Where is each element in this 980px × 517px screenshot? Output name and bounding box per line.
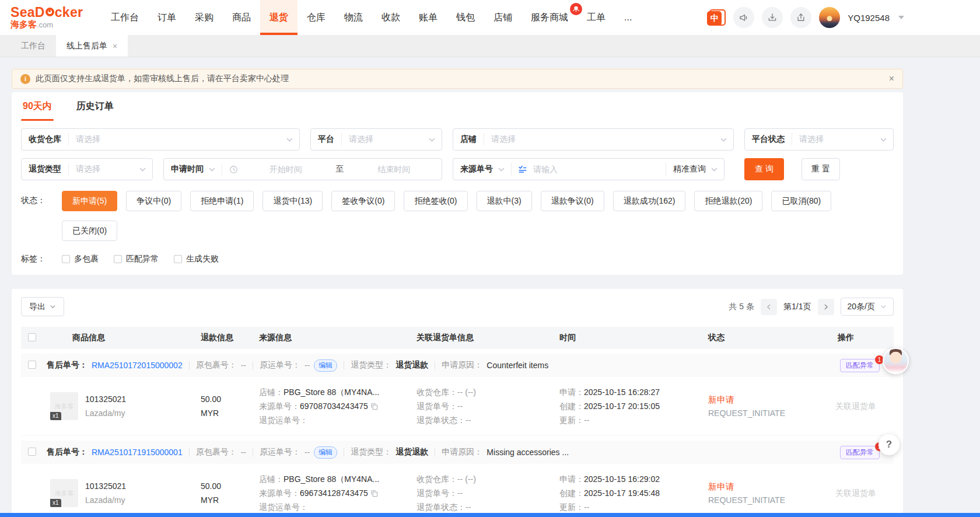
pagination: 共 5 条 第1/1页 20条/页 <box>729 298 894 316</box>
tag-match-abnormal[interactable]: 匹配异常 <box>114 254 159 264</box>
tab-90-days[interactable]: 90天内 <box>21 92 54 121</box>
nav-warehouse[interactable]: 仓库 <box>298 0 335 35</box>
row-checkbox[interactable] <box>28 361 36 369</box>
edit-button[interactable]: 编辑 <box>314 359 337 372</box>
help-button[interactable]: ? <box>878 434 900 455</box>
nav-logistics[interactable]: 物流 <box>335 0 372 35</box>
close-icon[interactable]: × <box>113 42 117 50</box>
match-abnormal-badge[interactable]: 匹配异常 1 <box>840 359 880 372</box>
batch-input-icon[interactable] <box>518 165 527 174</box>
nav-workbench[interactable]: 工作台 <box>102 0 148 35</box>
close-icon[interactable]: × <box>889 74 894 84</box>
nav-returns[interactable]: 退货 <box>260 0 298 35</box>
status-sub: REQUEST_INITIATE <box>708 407 812 420</box>
horizontal-scrollbar[interactable] <box>0 513 980 517</box>
nav-products[interactable]: 商品 <box>223 0 260 35</box>
nav-collection[interactable]: 收款 <box>372 0 410 35</box>
megaphone-icon <box>738 12 749 23</box>
platform-select[interactable]: 平台 请选择 <box>310 128 442 151</box>
platform-status-label: 平台状态 <box>745 134 792 145</box>
status-chip-returning[interactable]: 退货中(13) <box>262 191 323 211</box>
status-chip-dispute[interactable]: 争议中(0) <box>126 191 181 211</box>
apply-time-range[interactable]: 申请时间 至 <box>163 158 442 180</box>
col-source-info: 来源信息 <box>252 333 410 343</box>
nav-more[interactable]: ... <box>615 0 641 35</box>
store-label: 店铺 <box>453 134 484 145</box>
platform-label: 平台 <box>311 134 341 145</box>
source-no-input[interactable] <box>527 165 666 174</box>
username[interactable]: YQ192548 <box>848 13 890 23</box>
language-switch-icon[interactable]: 中 <box>707 9 726 26</box>
nav-bills[interactable]: 账单 <box>410 0 447 35</box>
copy-icon[interactable] <box>370 490 378 497</box>
status-chip-refunding[interactable]: 退款中(3) <box>477 191 532 211</box>
page-tabbar: 工作台 线上售后单 × <box>0 35 980 57</box>
user-menu-caret-icon[interactable] <box>898 16 904 19</box>
status-chip-refund-dispute[interactable]: 退款争议(0) <box>541 191 604 211</box>
tag-multi-package-label: 多包裹 <box>74 254 99 264</box>
warehouse-select[interactable]: 收货仓库 请选择 <box>21 128 300 151</box>
download-button[interactable] <box>762 7 783 28</box>
next-page-button[interactable] <box>818 299 834 315</box>
chevron-down-icon <box>286 136 293 144</box>
download-icon <box>767 12 778 23</box>
logo[interactable]: SeaDcker 海多客.com <box>10 0 88 35</box>
reset-button[interactable]: 重 置 <box>802 158 840 180</box>
waybill-value: -- <box>304 448 310 457</box>
rel-warehouse-value: -- (--) <box>457 474 476 484</box>
nav-wallet[interactable]: 钱包 <box>447 0 484 35</box>
apply-time-label: 申请： <box>559 474 584 484</box>
tab-online-aftersale[interactable]: 线上售后单 × <box>56 35 128 57</box>
page-size-select[interactable]: 20条/页 <box>841 298 894 316</box>
row-checkbox[interactable] <box>28 448 36 456</box>
announcement-button[interactable] <box>733 7 754 28</box>
rma-link[interactable]: RMA2510171915000001 <box>92 448 183 457</box>
source-no-search[interactable]: 来源单号 精准查询 <box>453 158 724 180</box>
tab-workbench[interactable]: 工作台 <box>10 35 56 57</box>
checkbox[interactable] <box>62 255 70 263</box>
package-value: -- <box>241 361 246 370</box>
support-avatar[interactable] <box>883 348 909 374</box>
search-button[interactable]: 查 询 <box>744 158 784 180</box>
nav-purchase[interactable]: 采购 <box>186 0 223 35</box>
select-all-checkbox[interactable] <box>28 333 36 341</box>
status-chip-refund-success[interactable]: 退款成功(162) <box>613 191 686 211</box>
return-type-value: 退货退款 <box>396 447 428 457</box>
create-time-value: 2025-10-17 20:15:05 <box>584 401 660 411</box>
start-time-input[interactable] <box>238 165 334 174</box>
status-chip-rejected-apply[interactable]: 拒绝申请(1) <box>190 191 254 211</box>
tab-history-orders[interactable]: 历史订单 <box>75 92 116 121</box>
edit-button[interactable]: 编辑 <box>314 446 337 459</box>
checkbox[interactable] <box>174 255 182 263</box>
prev-page-button[interactable] <box>761 299 777 315</box>
checkbox[interactable] <box>114 255 122 263</box>
platform-status-select[interactable]: 平台状态 请选择 <box>744 128 894 151</box>
copy-icon[interactable] <box>370 403 378 410</box>
store-select[interactable]: 店铺 请选择 <box>453 128 734 151</box>
refund-amount: 50.00 <box>201 392 252 406</box>
rma-link[interactable]: RMA2510172015000002 <box>92 361 183 370</box>
nav-service-mall[interactable]: 服务商城 <box>522 0 578 35</box>
end-time-input[interactable] <box>346 165 442 174</box>
rel-warehouse-label: 收货仓库： <box>416 474 457 484</box>
status-chip-cancelled[interactable]: 已取消(80) <box>771 191 831 211</box>
status-chip-new[interactable]: 新申请(5) <box>62 191 117 211</box>
return-type-select[interactable]: 退货类型 请选择 <box>21 158 153 180</box>
tag-generate-failed[interactable]: 生成失败 <box>174 254 219 264</box>
nav-stores[interactable]: 店铺 <box>484 0 522 35</box>
precise-query-select[interactable]: 精准查询 <box>666 164 707 174</box>
status-chip-closed[interactable]: 已关闭(0) <box>62 221 117 241</box>
user-avatar[interactable] <box>819 7 840 28</box>
status-chip-refund-rejected[interactable]: 拒绝退款(20) <box>694 191 762 211</box>
link-return-order-action[interactable]: 关联退货单 <box>812 486 894 500</box>
page-content: i 此页面仅支持生成退货单，如需审核线上售后，请在平台卖家中心处理 × 90天内… <box>0 57 980 517</box>
tag-multi-package[interactable]: 多包裹 <box>62 254 99 264</box>
match-abnormal-badge[interactable]: 匹配异常 1 <box>840 446 880 459</box>
nav-tickets[interactable]: 工单 <box>578 0 615 35</box>
nav-orders[interactable]: 订单 <box>148 0 186 35</box>
share-button[interactable] <box>790 7 811 28</box>
export-button[interactable]: 导出 <box>21 297 64 316</box>
status-chip-reject-sign[interactable]: 拒绝签收(0) <box>404 191 467 211</box>
link-return-order-action[interactable]: 关联退货单 <box>812 399 894 413</box>
status-chip-sign-dispute[interactable]: 签收争议(0) <box>331 191 395 211</box>
